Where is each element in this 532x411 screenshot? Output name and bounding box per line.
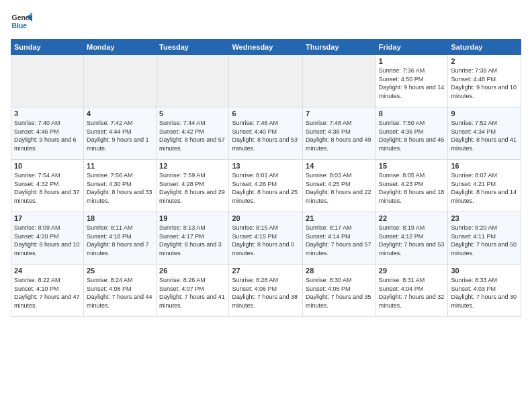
- calendar-row: 17Sunrise: 8:09 AM Sunset: 4:20 PM Dayli…: [11, 212, 521, 265]
- logo: General Blue: [11, 11, 16, 32]
- day-info: Sunrise: 8:31 AM Sunset: 4:04 PM Dayligh…: [379, 276, 445, 310]
- calendar-cell: 1Sunrise: 7:36 AM Sunset: 4:50 PM Daylig…: [375, 55, 448, 107]
- calendar-cell: [11, 55, 84, 107]
- day-info: Sunrise: 7:52 AM Sunset: 4:34 PM Dayligh…: [451, 119, 518, 152]
- day-number: 30: [451, 267, 518, 275]
- day-number: 4: [87, 109, 153, 118]
- day-info: Sunrise: 8:05 AM Sunset: 4:23 PM Dayligh…: [379, 171, 445, 205]
- day-info: Sunrise: 7:38 AM Sunset: 4:48 PM Dayligh…: [451, 66, 518, 100]
- calendar-cell: 10Sunrise: 7:54 AM Sunset: 4:32 PM Dayli…: [11, 160, 84, 212]
- day-of-week-header: Thursday: [303, 40, 376, 55]
- day-info: Sunrise: 8:33 AM Sunset: 4:03 PM Dayligh…: [451, 276, 518, 310]
- day-number: 15: [379, 162, 445, 170]
- calendar-cell: 13Sunrise: 8:01 AM Sunset: 4:26 PM Dayli…: [229, 160, 303, 212]
- day-of-week-header: Wednesday: [229, 40, 303, 55]
- calendar-cell: [83, 55, 156, 107]
- day-info: Sunrise: 8:26 AM Sunset: 4:07 PM Dayligh…: [159, 276, 226, 310]
- day-info: Sunrise: 7:48 AM Sunset: 4:38 PM Dayligh…: [306, 119, 373, 152]
- calendar-cell: [229, 55, 303, 107]
- calendar-cell: 8Sunrise: 7:50 AM Sunset: 4:36 PM Daylig…: [375, 107, 448, 160]
- day-info: Sunrise: 8:15 AM Sunset: 4:15 PM Dayligh…: [232, 224, 300, 257]
- day-number: 19: [159, 214, 226, 222]
- day-info: Sunrise: 7:46 AM Sunset: 4:40 PM Dayligh…: [232, 119, 300, 152]
- calendar-cell: 22Sunrise: 8:19 AM Sunset: 4:12 PM Dayli…: [375, 212, 448, 265]
- calendar-cell: 30Sunrise: 8:33 AM Sunset: 4:03 PM Dayli…: [448, 265, 521, 317]
- day-info: Sunrise: 7:50 AM Sunset: 4:36 PM Dayligh…: [379, 119, 445, 152]
- day-number: 6: [232, 109, 300, 118]
- day-number: 26: [159, 267, 226, 275]
- calendar-cell: 29Sunrise: 8:31 AM Sunset: 4:04 PM Dayli…: [375, 265, 448, 317]
- day-info: Sunrise: 8:30 AM Sunset: 4:05 PM Dayligh…: [306, 276, 373, 310]
- calendar-cell: 18Sunrise: 8:11 AM Sunset: 4:18 PM Dayli…: [83, 212, 156, 265]
- day-info: Sunrise: 8:09 AM Sunset: 4:20 PM Dayligh…: [14, 224, 81, 257]
- calendar-cell: 2Sunrise: 7:38 AM Sunset: 4:48 PM Daylig…: [448, 55, 521, 107]
- svg-marker-3: [30, 13, 32, 15]
- calendar-table: SundayMondayTuesdayWednesdayThursdayFrid…: [11, 39, 521, 317]
- day-info: Sunrise: 8:13 AM Sunset: 4:17 PM Dayligh…: [159, 224, 226, 257]
- calendar-row: 1Sunrise: 7:36 AM Sunset: 4:50 PM Daylig…: [11, 55, 521, 107]
- day-of-week-header: Friday: [375, 40, 448, 55]
- day-number: 14: [306, 162, 373, 170]
- day-number: 5: [159, 109, 226, 118]
- day-info: Sunrise: 8:03 AM Sunset: 4:25 PM Dayligh…: [306, 171, 373, 205]
- calendar-cell: 5Sunrise: 7:44 AM Sunset: 4:42 PM Daylig…: [157, 107, 229, 160]
- svg-text:Blue: Blue: [12, 22, 28, 30]
- calendar-cell: 19Sunrise: 8:13 AM Sunset: 4:17 PM Dayli…: [157, 212, 229, 265]
- day-number: 12: [159, 162, 226, 170]
- day-number: 1: [379, 57, 445, 65]
- calendar-cell: 7Sunrise: 7:48 AM Sunset: 4:38 PM Daylig…: [303, 107, 376, 160]
- day-info: Sunrise: 8:17 AM Sunset: 4:14 PM Dayligh…: [306, 224, 373, 257]
- calendar-cell: [157, 55, 229, 107]
- day-number: 22: [379, 214, 445, 222]
- calendar-cell: 11Sunrise: 7:56 AM Sunset: 4:30 PM Dayli…: [83, 160, 156, 212]
- calendar-cell: 26Sunrise: 8:26 AM Sunset: 4:07 PM Dayli…: [157, 265, 229, 317]
- calendar-cell: 27Sunrise: 8:28 AM Sunset: 4:06 PM Dayli…: [229, 265, 303, 317]
- page-header: General Blue: [11, 11, 521, 32]
- day-number: 28: [306, 267, 373, 275]
- day-info: Sunrise: 8:01 AM Sunset: 4:26 PM Dayligh…: [232, 171, 300, 205]
- logo-icon: General Blue: [11, 11, 32, 32]
- day-of-week-header: Saturday: [448, 40, 521, 55]
- day-info: Sunrise: 8:07 AM Sunset: 4:21 PM Dayligh…: [451, 171, 518, 205]
- day-number: 21: [306, 214, 373, 222]
- day-number: 11: [87, 162, 153, 170]
- calendar-cell: 25Sunrise: 8:24 AM Sunset: 4:08 PM Dayli…: [83, 265, 156, 317]
- calendar-cell: 9Sunrise: 7:52 AM Sunset: 4:34 PM Daylig…: [448, 107, 521, 160]
- calendar-cell: 28Sunrise: 8:30 AM Sunset: 4:05 PM Dayli…: [303, 265, 376, 317]
- day-of-week-header: Monday: [83, 40, 156, 55]
- day-number: 2: [451, 57, 518, 65]
- day-info: Sunrise: 8:22 AM Sunset: 4:10 PM Dayligh…: [14, 276, 81, 310]
- day-info: Sunrise: 8:11 AM Sunset: 4:18 PM Dayligh…: [87, 224, 153, 257]
- day-info: Sunrise: 7:44 AM Sunset: 4:42 PM Dayligh…: [159, 119, 226, 152]
- day-number: 20: [232, 214, 300, 222]
- day-info: Sunrise: 8:24 AM Sunset: 4:08 PM Dayligh…: [87, 276, 153, 310]
- calendar-cell: 15Sunrise: 8:05 AM Sunset: 4:23 PM Dayli…: [375, 160, 448, 212]
- calendar-cell: 3Sunrise: 7:40 AM Sunset: 4:46 PM Daylig…: [11, 107, 84, 160]
- day-number: 18: [87, 214, 153, 222]
- day-number: 24: [14, 267, 81, 275]
- day-number: 3: [14, 109, 81, 118]
- calendar-cell: 17Sunrise: 8:09 AM Sunset: 4:20 PM Dayli…: [11, 212, 84, 265]
- day-info: Sunrise: 8:20 AM Sunset: 4:11 PM Dayligh…: [451, 224, 518, 257]
- calendar-cell: 4Sunrise: 7:42 AM Sunset: 4:44 PM Daylig…: [83, 107, 156, 160]
- calendar-row: 24Sunrise: 8:22 AM Sunset: 4:10 PM Dayli…: [11, 265, 521, 317]
- calendar-cell: 14Sunrise: 8:03 AM Sunset: 4:25 PM Dayli…: [303, 160, 376, 212]
- calendar-cell: 16Sunrise: 8:07 AM Sunset: 4:21 PM Dayli…: [448, 160, 521, 212]
- calendar-cell: 21Sunrise: 8:17 AM Sunset: 4:14 PM Dayli…: [303, 212, 376, 265]
- day-of-week-header: Sunday: [11, 40, 84, 55]
- calendar-cell: 12Sunrise: 7:59 AM Sunset: 4:28 PM Dayli…: [157, 160, 229, 212]
- day-number: 7: [306, 109, 373, 118]
- day-number: 25: [87, 267, 153, 275]
- day-of-week-header: Tuesday: [157, 40, 229, 55]
- calendar-row: 3Sunrise: 7:40 AM Sunset: 4:46 PM Daylig…: [11, 107, 521, 160]
- calendar-cell: 6Sunrise: 7:46 AM Sunset: 4:40 PM Daylig…: [229, 107, 303, 160]
- day-number: 27: [232, 267, 300, 275]
- day-info: Sunrise: 8:19 AM Sunset: 4:12 PM Dayligh…: [379, 224, 445, 257]
- day-number: 23: [451, 214, 518, 222]
- calendar-cell: [303, 55, 376, 107]
- day-info: Sunrise: 7:56 AM Sunset: 4:30 PM Dayligh…: [87, 171, 153, 205]
- day-number: 17: [14, 214, 81, 222]
- calendar-cell: 23Sunrise: 8:20 AM Sunset: 4:11 PM Dayli…: [448, 212, 521, 265]
- day-info: Sunrise: 7:59 AM Sunset: 4:28 PM Dayligh…: [159, 171, 226, 205]
- day-number: 10: [14, 162, 81, 170]
